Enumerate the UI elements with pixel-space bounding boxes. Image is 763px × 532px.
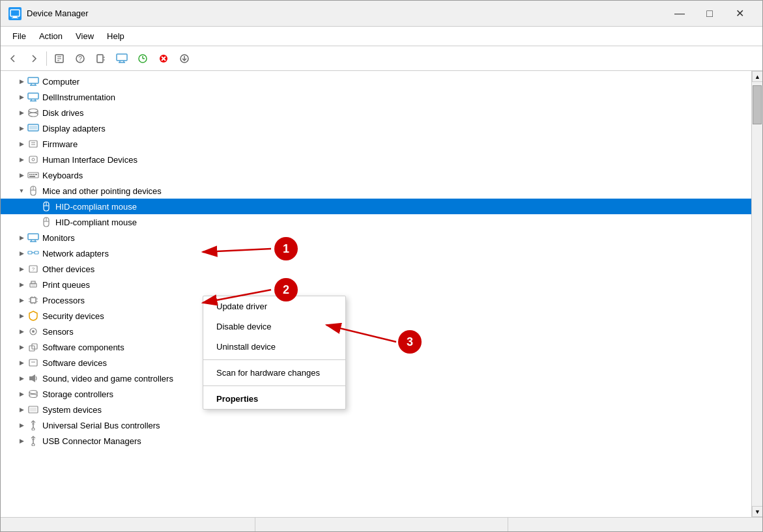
monitor-button[interactable] [112, 49, 132, 68]
expand-mice[interactable]: ▼ [16, 186, 27, 196]
expand-system[interactable]: ▶ [16, 404, 27, 415]
context-menu-uninstall-device[interactable]: Uninstall device [203, 337, 345, 357]
tree-item-network[interactable]: ▶ Network adapters [1, 245, 751, 261]
svg-rect-37 [29, 126, 37, 130]
menu-help[interactable]: Help [100, 29, 131, 44]
tree-item-monitors[interactable]: ▶ Monitors [1, 230, 751, 245]
scan-changes-button[interactable] [133, 49, 152, 68]
expand-hid[interactable]: ▶ [16, 154, 27, 165]
device-manager-window: Device Manager — □ ✕ File Action View He… [0, 0, 763, 532]
svg-rect-47 [35, 174, 37, 175]
device-tree[interactable]: ▶ Computer ▶ DellInstrumentation ▶ Disk … [1, 71, 751, 517]
expand-keyboards[interactable]: ▶ [16, 170, 27, 180]
context-menu-sep-1 [203, 359, 345, 360]
tree-item-usb[interactable]: ▶ Universal Serial Bus controllers [1, 417, 751, 433]
svg-point-91 [32, 428, 35, 430]
tree-item-hid-mouse-1[interactable]: HID-compliant mouse [1, 199, 751, 214]
tree-item-system[interactable]: ▶ System devices [1, 402, 751, 417]
monitors-icon [27, 232, 40, 244]
tree-item-hid-mouse-2-label: HID-compliant mouse [55, 217, 137, 227]
forward-button[interactable] [24, 49, 44, 68]
expand-hid-mouse-2 [29, 217, 40, 227]
tree-item-storage-label: Storage controllers [42, 389, 113, 399]
tree-item-hid-label: Human Interface Devices [42, 155, 137, 165]
tree-item-dell[interactable]: ▶ DellInstrumentation [1, 89, 751, 105]
tree-item-mice[interactable]: ▼ Mice and other pointing devices [1, 183, 751, 199]
svg-rect-44 [29, 174, 31, 175]
expand-processors[interactable]: ▶ [16, 295, 27, 305]
tree-item-disk[interactable]: ▶ Disk drives [1, 105, 751, 120]
expand-network[interactable]: ▶ [16, 248, 27, 259]
expand-firmware[interactable]: ▶ [16, 139, 27, 149]
svg-text:?: ? [32, 266, 35, 272]
context-menu-update-driver[interactable]: Update driver [203, 296, 345, 316]
main-content: ▶ Computer ▶ DellInstrumentation ▶ Disk … [1, 71, 762, 517]
svg-rect-9 [97, 55, 103, 63]
expand-usb-conn[interactable]: ▶ [16, 436, 27, 446]
scroll-down-button[interactable]: ▼ [752, 506, 762, 517]
context-menu-properties[interactable]: Properties [203, 389, 345, 409]
svg-rect-59 [28, 251, 32, 254]
download-button[interactable] [175, 49, 194, 68]
svg-rect-67 [31, 298, 36, 303]
expand-storage[interactable]: ▶ [16, 389, 27, 399]
tree-item-hid[interactable]: ▶ Human Interface Devices [1, 152, 751, 167]
tree-item-usb-conn[interactable]: ▶ USB Connector Managers [1, 433, 751, 449]
tree-item-other[interactable]: ▶ ? Other devices [1, 261, 751, 277]
expand-monitors[interactable]: ▶ [16, 232, 27, 243]
print-icon [27, 279, 40, 290]
expand-sensors[interactable]: ▶ [16, 326, 27, 337]
tree-item-computer[interactable]: ▶ Computer [1, 74, 751, 89]
tree-item-sw-devices[interactable]: ▶ Software devices [1, 355, 751, 371]
context-menu-scan-hardware[interactable]: Scan for hardware changes [203, 363, 345, 383]
menu-file[interactable]: File [6, 29, 33, 44]
tree-item-processors[interactable]: ▶ Processors [1, 292, 751, 308]
other-icon: ? [27, 263, 40, 275]
svg-point-32 [29, 109, 38, 113]
expand-security[interactable]: ▶ [16, 311, 27, 321]
tree-item-display[interactable]: ▶ Display adapters [1, 120, 751, 136]
close-button[interactable]: ✕ [725, 3, 755, 24]
expand-dell[interactable]: ▶ [16, 92, 27, 102]
tree-item-sound[interactable]: ▶ Sound, video and game controllers [1, 371, 751, 386]
tree-item-storage[interactable]: ▶ Storage controllers [1, 386, 751, 402]
tree-item-firmware[interactable]: ▶ Firmware [1, 136, 751, 152]
menu-view[interactable]: View [69, 29, 100, 44]
expand-usb[interactable]: ▶ [16, 420, 27, 430]
expand-display[interactable]: ▶ [16, 123, 27, 133]
tree-item-hid-mouse-2[interactable]: HID-compliant mouse [1, 214, 751, 230]
tree-item-sensors[interactable]: ▶ Sensors [1, 324, 751, 339]
back-button[interactable] [3, 49, 23, 68]
expand-sw-devices[interactable]: ▶ [16, 357, 27, 368]
expand-other[interactable]: ▶ [16, 264, 27, 274]
scroll-up-button[interactable]: ▲ [752, 71, 762, 82]
dell-icon [27, 91, 40, 103]
svg-rect-48 [29, 176, 35, 177]
maximize-button[interactable]: □ [695, 3, 725, 24]
expand-sound[interactable]: ▶ [16, 373, 27, 384]
update-driver-toolbar-button[interactable] [91, 49, 111, 68]
scroll-track[interactable] [752, 82, 762, 506]
context-menu-disable-device[interactable]: Disable device [203, 316, 345, 337]
tree-item-keyboards[interactable]: ▶ Keyboards [1, 167, 751, 183]
tree-item-security[interactable]: ▶ Security devices [1, 308, 751, 324]
tree-item-sw-components[interactable]: ▶ Software components [1, 339, 751, 355]
tree-item-disk-label: Disk drives [42, 108, 84, 118]
expand-computer[interactable]: ▶ [16, 76, 27, 87]
expand-disk[interactable]: ▶ [16, 107, 27, 118]
status-segment-2 [255, 518, 508, 531]
tree-item-print[interactable]: ▶ Print queues [1, 277, 751, 292]
menu-action[interactable]: Action [33, 29, 69, 44]
sound-icon [27, 372, 40, 384]
expand-sw-components[interactable]: ▶ [16, 342, 27, 352]
properties-button[interactable] [50, 49, 69, 68]
minimize-button[interactable]: — [665, 3, 695, 24]
help-button[interactable]: ? [70, 49, 90, 68]
expand-print[interactable]: ▶ [16, 279, 27, 290]
annotation-circle-1: 1 [274, 237, 298, 260]
mouse-icon [27, 185, 40, 197]
uninstall-button[interactable] [154, 49, 173, 68]
svg-rect-1 [13, 16, 17, 18]
scroll-thumb[interactable] [753, 85, 762, 124]
context-menu-sep-2 [203, 385, 345, 386]
